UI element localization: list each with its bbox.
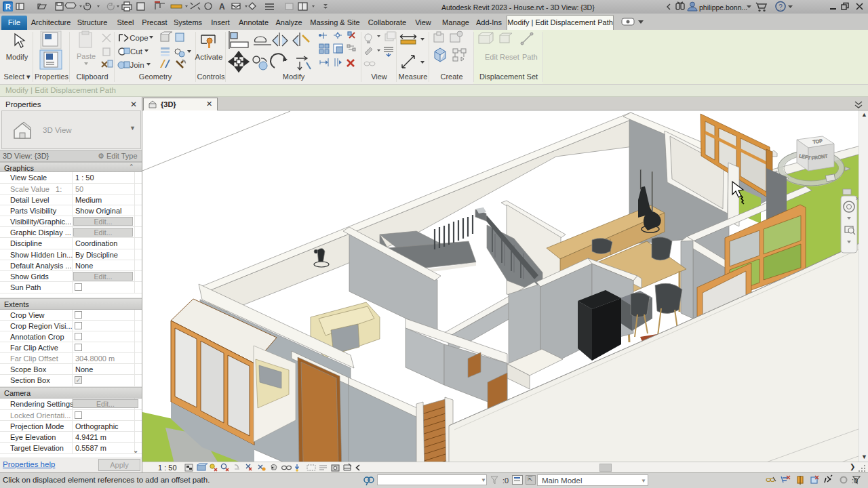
svg-text:Path: Path <box>522 53 538 61</box>
svg-text:Modify: Modify <box>6 53 28 61</box>
svg-text:R: R <box>5 3 11 11</box>
svg-text:A: A <box>219 2 225 12</box>
svg-text:Cope: Cope <box>130 34 149 42</box>
svg-text:Reset: Reset <box>500 53 519 61</box>
svg-text:Join: Join <box>130 61 144 69</box>
svg-text:Edit: Edit <box>485 53 498 61</box>
svg-text:?: ? <box>778 3 783 11</box>
svg-text:Paste: Paste <box>77 52 96 60</box>
svg-text:Cut: Cut <box>130 47 143 56</box>
svg-text:Activate: Activate <box>195 53 223 61</box>
